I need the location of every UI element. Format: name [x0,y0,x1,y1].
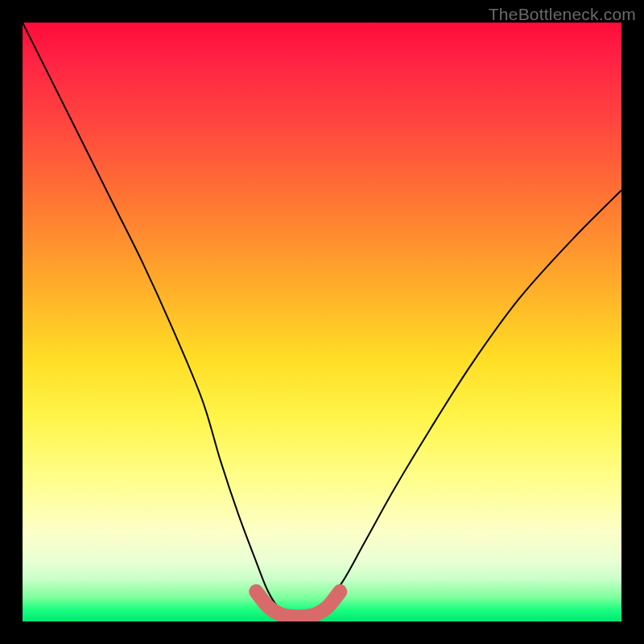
bottleneck-curve [23,23,621,616]
chart-frame: TheBottleneck.com [0,0,644,644]
curve-layer [23,23,621,621]
plot-area [23,23,621,621]
watermark-text: TheBottleneck.com [489,5,636,24]
optimal-band [256,592,340,617]
